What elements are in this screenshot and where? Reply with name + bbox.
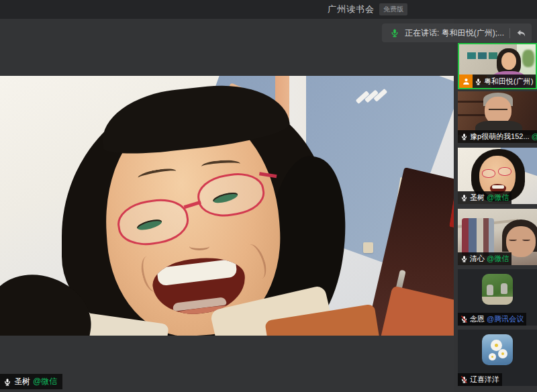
participant-avatar — [482, 334, 513, 365]
title-group: 广州读书会 免费版 — [328, 0, 407, 19]
wall-painting — [478, 52, 487, 59]
participant-eye — [509, 238, 517, 241]
participant-avatar — [482, 274, 513, 305]
speaking-banner-text: 正在讲话: 粤和田悦(广州);... — [405, 28, 504, 39]
divider — [509, 28, 510, 38]
participant-tile-4[interactable]: 清心@微信 — [458, 209, 537, 265]
main-video-feed — [0, 76, 454, 336]
participant-face — [501, 52, 516, 70]
participant-label: 念恩@腾讯会议 — [458, 313, 526, 326]
wall-painting — [467, 52, 476, 59]
participant-glasses — [482, 169, 495, 178]
participant-name: 清心 — [470, 254, 485, 264]
participant-tile-2[interactable]: 豫p很萌的我152...@微信 — [458, 91, 537, 143]
main-speaker-label: 圣树@微信 — [0, 374, 62, 389]
participant-tile-5[interactable]: 念恩@腾讯会议 — [458, 269, 537, 326]
participant-suffix: @微信 — [487, 193, 509, 203]
mic-icon — [390, 28, 399, 38]
window-greenery — [522, 50, 534, 67]
mic-icon — [460, 255, 468, 262]
participant-name: 粤和田悦(广州) — [484, 77, 533, 87]
participant-label: 圣树@微信 — [458, 191, 511, 204]
participant-suffix: @腾讯会议 — [487, 314, 524, 324]
mic-icon — [460, 194, 468, 201]
light-switch — [363, 242, 373, 253]
host-badge — [459, 75, 473, 88]
participant-glasses — [489, 106, 507, 110]
participant-label: 清心@微信 — [458, 252, 511, 265]
mic-muted-icon — [460, 376, 468, 383]
participant-tile-6[interactable]: 辽喜洋洋 — [458, 330, 537, 386]
mic-icon — [475, 78, 482, 85]
participant-label: 豫p很萌的我152...@微信 — [458, 130, 537, 143]
participant-suffix: @微信 — [487, 254, 509, 264]
participant-glasses — [498, 167, 511, 176]
meeting-window: 广州读书会 免费版 正在讲话: 粤和田悦(广州);... — [0, 0, 537, 392]
speaker-nose — [189, 242, 209, 250]
participant-teeth — [492, 185, 504, 189]
participant-name: 豫p很萌的我152... — [470, 132, 530, 142]
avatar-daisy — [498, 349, 507, 358]
wall-painting — [489, 52, 497, 59]
free-version-badge[interactable]: 免费版 — [379, 3, 407, 15]
collapse-arrow-icon[interactable] — [516, 28, 526, 38]
mic-icon — [3, 378, 11, 386]
participant-name: 辽喜洋洋 — [470, 375, 499, 385]
participant-eye — [522, 238, 530, 241]
participant-suffix: @微信 — [532, 132, 537, 142]
title-bar: 广州读书会 免费版 — [0, 0, 537, 19]
speaking-banner[interactable]: 正在讲话: 粤和田悦(广州);... — [382, 23, 532, 42]
host-person-icon — [462, 77, 471, 86]
avatar-path — [482, 297, 513, 305]
participant-label: 粤和田悦(广州) — [459, 75, 536, 88]
wardrobe-decoration — [449, 193, 454, 232]
main-video-area[interactable]: 圣树@微信 — [0, 19, 454, 392]
participant-tile-1[interactable]: 粤和田悦(广州) — [458, 43, 537, 89]
main-speaker-suffix: @微信 — [33, 376, 57, 387]
mic-icon — [460, 133, 468, 140]
avatar-daisy — [489, 353, 496, 360]
hanging-clothes — [462, 218, 494, 256]
participant-tile-3[interactable]: 圣树@微信 — [458, 148, 537, 204]
avatar-statue — [501, 283, 507, 294]
glasses-temple — [259, 172, 277, 178]
participant-name: 念恩 — [470, 314, 485, 324]
avatar-statue — [487, 285, 493, 295]
participant-name: 圣树 — [470, 193, 485, 203]
meeting-title: 广州读书会 — [328, 3, 375, 15]
main-speaker-name: 圣树 — [14, 376, 30, 387]
participant-label: 辽喜洋洋 — [458, 373, 502, 386]
mic-muted-icon — [460, 315, 468, 323]
